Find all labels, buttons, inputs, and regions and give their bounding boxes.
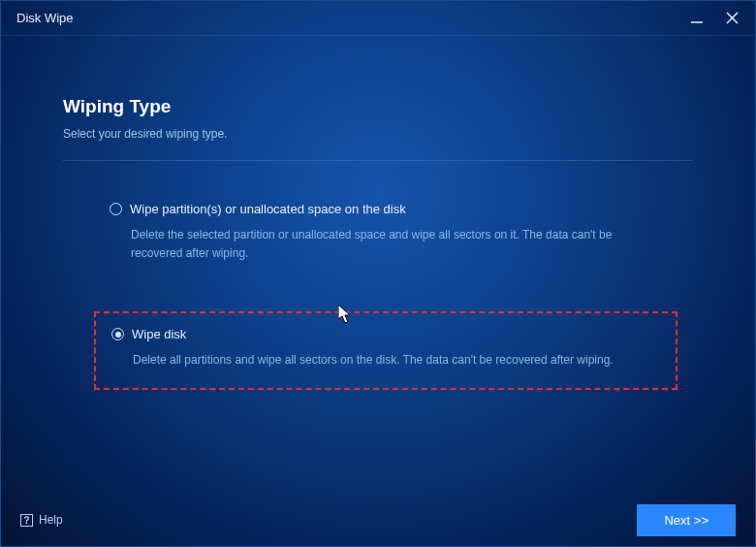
option-label: Wipe disk <box>132 327 186 341</box>
content-area: Wiping Type Select your desired wiping t… <box>1 36 755 390</box>
dialog-window: Disk Wipe Wiping Type Select your desire… <box>0 0 756 547</box>
window-title: Disk Wipe <box>16 11 74 25</box>
close-icon <box>726 12 739 24</box>
footer: ? Help Next >> <box>1 494 755 546</box>
titlebar: Disk Wipe <box>1 1 755 36</box>
close-button[interactable] <box>722 9 741 28</box>
page-title: Wiping Type <box>63 96 693 117</box>
option-description: Delete the selected partition or unalloc… <box>110 226 662 263</box>
divider <box>63 160 693 161</box>
help-link[interactable]: ? Help <box>20 513 63 527</box>
option-description: Delete all partitions and wipe all secto… <box>111 351 660 370</box>
page-subtitle: Select your desired wiping type. <box>63 127 693 141</box>
radio-row[interactable]: Wipe partition(s) or unallocated space o… <box>110 202 662 216</box>
help-icon: ? <box>20 514 33 527</box>
next-button[interactable]: Next >> <box>637 504 736 536</box>
minimize-icon <box>690 12 704 25</box>
help-label: Help <box>39 513 63 527</box>
minimize-button[interactable] <box>687 9 707 28</box>
radio-row[interactable]: Wipe disk <box>111 327 660 341</box>
titlebar-controls <box>687 9 741 28</box>
option-wipe-disk[interactable]: Wipe disk Delete all partitions and wipe… <box>94 311 677 389</box>
option-label: Wipe partition(s) or unallocated space o… <box>130 202 406 216</box>
option-wipe-partition[interactable]: Wipe partition(s) or unallocated space o… <box>94 188 677 280</box>
radio-icon <box>111 328 124 340</box>
radio-icon <box>110 203 122 215</box>
options-group: Wipe partition(s) or unallocated space o… <box>63 188 693 390</box>
